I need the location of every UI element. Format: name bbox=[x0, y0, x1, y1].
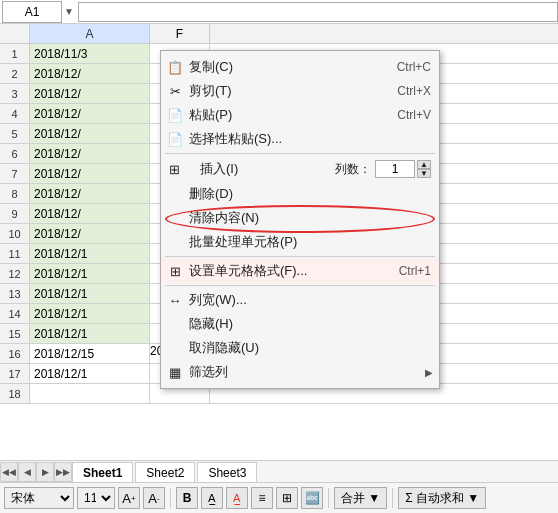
row-number: 8 bbox=[0, 184, 30, 203]
paste-icon: 📄 bbox=[165, 108, 185, 123]
sheet-nav-next[interactable]: ▶ bbox=[36, 462, 54, 482]
menu-item-colwidth[interactable]: ↔列宽(W)... bbox=[161, 288, 439, 312]
paste-special-icon: 📄 bbox=[165, 132, 185, 147]
cell-A16[interactable]: 2018/12/15 bbox=[30, 344, 150, 363]
copy-icon: 📋 bbox=[165, 60, 185, 75]
menu-label-hide: 隐藏(H) bbox=[189, 315, 233, 333]
cell-A12[interactable]: 2018/12/1 bbox=[30, 264, 150, 283]
menu-item-delete[interactable]: 删除(D) bbox=[161, 182, 439, 206]
cell-A14[interactable]: 2018/12/1 bbox=[30, 304, 150, 323]
formula-bar[interactable] bbox=[78, 2, 558, 22]
filter-icon: ▦ bbox=[165, 365, 185, 380]
font-size-select[interactable]: 11 bbox=[77, 487, 115, 509]
cut-icon: ✂ bbox=[165, 84, 185, 99]
row-number: 4 bbox=[0, 104, 30, 123]
row-number: 5 bbox=[0, 124, 30, 143]
menu-item-paste-special[interactable]: 📄选择性粘贴(S)... bbox=[161, 127, 439, 151]
cell-A6[interactable]: 2018/12/ bbox=[30, 144, 150, 163]
format-icon: ⊞ bbox=[165, 264, 185, 279]
sheet-tab-2[interactable]: Sheet2 bbox=[135, 462, 195, 482]
toolbar-sep-3 bbox=[392, 488, 393, 508]
row-number: 14 bbox=[0, 304, 30, 323]
font-grow-btn[interactable]: A+ bbox=[118, 487, 140, 509]
cell-A9[interactable]: 2018/12/ bbox=[30, 204, 150, 223]
sheet-nav-prev[interactable]: ◀ bbox=[18, 462, 36, 482]
row-number: 6 bbox=[0, 144, 30, 163]
toolbar-sep-1 bbox=[170, 488, 171, 508]
cell-A11[interactable]: 2018/12/1 bbox=[30, 244, 150, 263]
cell-A18[interactable] bbox=[30, 384, 150, 403]
menu-item-clear[interactable]: 清除内容(N) bbox=[161, 206, 439, 230]
menu-shortcut-paste: Ctrl+V bbox=[397, 108, 431, 122]
format-toolbar: 宋体 11 A+ A- B A̲ A̲ ≡ ⊞ 🔤 合并 ▼ Σ 自动求和 ▼ bbox=[0, 483, 558, 513]
cell-A5[interactable]: 2018/12/ bbox=[30, 124, 150, 143]
sheet-nav-last[interactable]: ▶▶ bbox=[54, 462, 72, 482]
more-btn[interactable]: 🔤 bbox=[301, 487, 323, 509]
menu-label-cut: 剪切(T) bbox=[189, 82, 232, 100]
sheet-nav-first[interactable]: ◀◀ bbox=[0, 462, 18, 482]
menu-item-copy[interactable]: 📋复制(C)Ctrl+C bbox=[161, 55, 439, 79]
col-headers: A F bbox=[0, 24, 558, 44]
menu-item-insert[interactable]: ⊞ 插入(I) 列数： ▲ ▼ bbox=[161, 156, 439, 182]
sheet-tab-3[interactable]: Sheet3 bbox=[197, 462, 257, 482]
context-menu: 📋复制(C)Ctrl+C✂剪切(T)Ctrl+X📄粘贴(P)Ctrl+V📄选择性… bbox=[160, 50, 440, 389]
menu-label-paste: 粘贴(P) bbox=[189, 106, 232, 124]
cell-A4[interactable]: 2018/12/ bbox=[30, 104, 150, 123]
menu-item-paste[interactable]: 📄粘贴(P)Ctrl+V bbox=[161, 103, 439, 127]
name-box-dropdown[interactable]: ▼ bbox=[64, 6, 74, 17]
cell-A2[interactable]: 2018/12/ bbox=[30, 64, 150, 83]
cell-A10[interactable]: 2018/12/ bbox=[30, 224, 150, 243]
row-number: 12 bbox=[0, 264, 30, 283]
menu-label-copy: 复制(C) bbox=[189, 58, 233, 76]
menu-item-filter[interactable]: ▦筛选列 bbox=[161, 360, 439, 384]
cell-A7[interactable]: 2018/12/ bbox=[30, 164, 150, 183]
col-header-F[interactable]: F bbox=[150, 24, 210, 43]
sheet-tab-1[interactable]: Sheet1 bbox=[72, 462, 133, 482]
autosum-btn[interactable]: Σ 自动求和 ▼ bbox=[398, 487, 486, 509]
merge-btn[interactable]: 合并 ▼ bbox=[334, 487, 387, 509]
name-box-row: ▼ bbox=[0, 0, 558, 24]
cell-A15[interactable]: 2018/12/1 bbox=[30, 324, 150, 343]
row-number: 10 bbox=[0, 224, 30, 243]
col-header-A[interactable]: A bbox=[30, 24, 150, 43]
cell-A8[interactable]: 2018/12/ bbox=[30, 184, 150, 203]
fill-color-btn[interactable]: A̲ bbox=[201, 487, 223, 509]
cell-A3[interactable]: 2018/12/ bbox=[30, 84, 150, 103]
row-number: 16 bbox=[0, 344, 30, 363]
menu-item-batch[interactable]: 批量处理单元格(P) bbox=[161, 230, 439, 254]
spinner-down[interactable]: ▼ bbox=[417, 169, 431, 178]
menu-item-unhide[interactable]: 取消隐藏(U) bbox=[161, 336, 439, 360]
insert-icon: ⊞ bbox=[169, 162, 180, 177]
cell-A17[interactable]: 2018/12/1 bbox=[30, 364, 150, 383]
menu-separator bbox=[165, 153, 435, 154]
menu-label-insert: 插入(I) bbox=[200, 160, 335, 178]
row-number: 3 bbox=[0, 84, 30, 103]
menu-item-format[interactable]: ⊞设置单元格格式(F)...Ctrl+1 bbox=[161, 259, 439, 283]
colwidth-icon: ↔ bbox=[165, 293, 185, 308]
border-btn[interactable]: ⊞ bbox=[276, 487, 298, 509]
corner-cell bbox=[0, 24, 30, 43]
menu-item-hide[interactable]: 隐藏(H) bbox=[161, 312, 439, 336]
align-btn[interactable]: ≡ bbox=[251, 487, 273, 509]
menu-label-format: 设置单元格格式(F)... bbox=[189, 262, 307, 280]
bottom-toolbar: ◀◀ ◀ ▶ ▶▶ Sheet1 Sheet2 Sheet3 宋体 11 A+ … bbox=[0, 460, 558, 513]
row-number: 2 bbox=[0, 64, 30, 83]
row-number: 7 bbox=[0, 164, 30, 183]
spinner-up[interactable]: ▲ bbox=[417, 160, 431, 169]
cell-A1[interactable]: 2018/11/3 bbox=[30, 44, 150, 63]
name-box[interactable] bbox=[2, 1, 62, 23]
col-count-input[interactable] bbox=[375, 160, 415, 178]
row-number: 11 bbox=[0, 244, 30, 263]
font-color-btn[interactable]: A̲ bbox=[226, 487, 248, 509]
font-shrink-btn[interactable]: A- bbox=[143, 487, 165, 509]
menu-label-batch: 批量处理单元格(P) bbox=[189, 233, 297, 251]
row-number: 1 bbox=[0, 44, 30, 63]
bold-btn[interactable]: B bbox=[176, 487, 198, 509]
cell-A13[interactable]: 2018/12/1 bbox=[30, 284, 150, 303]
col-count-spinner: ▲ ▼ bbox=[417, 160, 431, 178]
col-label: 列数： bbox=[335, 161, 371, 178]
menu-item-cut[interactable]: ✂剪切(T)Ctrl+X bbox=[161, 79, 439, 103]
font-select[interactable]: 宋体 bbox=[4, 487, 74, 509]
menu-label-unhide: 取消隐藏(U) bbox=[189, 339, 259, 357]
menu-label-delete: 删除(D) bbox=[189, 185, 233, 203]
